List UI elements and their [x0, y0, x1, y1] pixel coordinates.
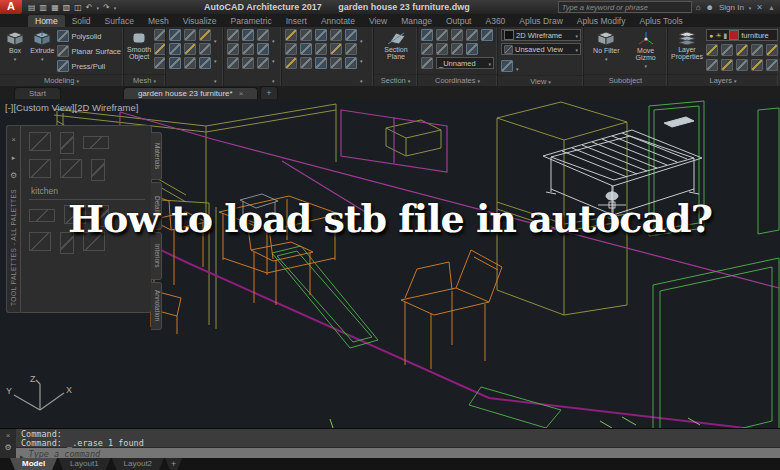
press-pull-button[interactable]: Press/Pull — [57, 60, 121, 72]
chevron-down-icon[interactable] — [360, 49, 363, 67]
erase-icon[interactable] — [330, 29, 342, 41]
sign-in-dropdown-icon[interactable] — [749, 3, 752, 12]
save-as-icon[interactable] — [63, 3, 71, 12]
plot-icon[interactable] — [74, 3, 82, 12]
modify-tool-icon[interactable] — [345, 29, 357, 41]
trim-icon[interactable] — [285, 57, 297, 69]
tab-aplus-draw[interactable]: Aplus Draw — [512, 15, 569, 27]
layer-tool-icon[interactable] — [751, 59, 763, 71]
tab-home[interactable]: Home — [28, 15, 65, 27]
chevron-down-icon[interactable] — [214, 29, 217, 47]
rectangle-icon[interactable] — [242, 57, 254, 69]
no-filter-button[interactable]: No Filter — [589, 29, 623, 63]
union-icon[interactable] — [169, 29, 181, 41]
chevron-down-icon[interactable] — [516, 57, 519, 75]
arc-icon[interactable] — [257, 29, 269, 41]
layer-properties-button[interactable]: Layer Properties — [671, 29, 703, 60]
sink-block[interactable] — [83, 136, 109, 149]
ucs-name-dropdown[interactable]: _Unnamed — [436, 57, 494, 69]
undo-icon[interactable] — [86, 3, 93, 12]
array-icon[interactable] — [315, 57, 327, 69]
help-icon[interactable] — [768, 3, 775, 12]
search-icon[interactable] — [696, 3, 701, 12]
undo-dropdown-icon[interactable] — [97, 3, 100, 12]
solid-edit-icon[interactable] — [199, 43, 211, 55]
coordinates-panel-label[interactable]: Coordinates — [418, 74, 497, 86]
new-layout-button[interactable] — [165, 458, 182, 470]
tab-aplus-tools[interactable]: Aplus Tools — [632, 15, 689, 27]
tab-output[interactable]: Output — [439, 15, 479, 27]
close-icon[interactable] — [11, 128, 16, 146]
modify-tool-icon[interactable] — [345, 43, 357, 55]
named-view-dropdown[interactable]: Unsaved View — [501, 43, 581, 55]
layout1-tab[interactable]: Layout1 — [58, 458, 110, 470]
planar-surface-button[interactable]: Planar Surface — [57, 45, 121, 57]
close-icon[interactable] — [6, 431, 11, 440]
intersect-icon[interactable] — [169, 57, 181, 69]
tab-surface[interactable]: Surface — [98, 15, 141, 27]
tab-visualize[interactable]: Visualize — [176, 15, 224, 27]
layer-tool-icon[interactable] — [736, 44, 748, 56]
copy-icon[interactable] — [300, 29, 312, 41]
polygon-icon[interactable] — [242, 43, 254, 55]
tab-manage[interactable]: Manage — [394, 15, 439, 27]
tab-parametric[interactable]: Parametric — [224, 15, 279, 27]
tab-solid[interactable]: Solid — [65, 15, 98, 27]
ucs-world-icon[interactable] — [436, 29, 448, 41]
mesh-tool-icon[interactable] — [154, 29, 166, 41]
tab-aplus-modify[interactable]: Aplus Modify — [570, 15, 633, 27]
ucs-3point-icon[interactable] — [451, 43, 463, 55]
file-tab-start[interactable]: Start — [14, 87, 61, 99]
tall-cabinet-block[interactable] — [60, 132, 74, 154]
autocad-logo-icon[interactable]: A — [0, 0, 22, 14]
layers-panel-label[interactable]: Layers — [668, 74, 778, 86]
chevron-down-icon[interactable] — [272, 29, 275, 47]
search-input[interactable] — [559, 3, 691, 13]
layer-tool-icon[interactable] — [751, 44, 763, 56]
palette-tab-annotation[interactable]: Annotation — [151, 282, 162, 330]
solid-edit-icon[interactable] — [199, 29, 211, 41]
chevron-down-icon[interactable] — [214, 49, 217, 67]
layer-tool-icon[interactable] — [721, 44, 733, 56]
viewport-config-icon[interactable] — [501, 60, 513, 72]
layer-dropdown[interactable]: furniture — [706, 29, 778, 41]
visual-style-dropdown[interactable]: 2D Wireframe — [501, 29, 581, 41]
close-icon[interactable] — [239, 89, 244, 98]
solid-edit-icon[interactable] — [199, 57, 211, 69]
ucs-rotate-icon[interactable] — [436, 43, 448, 55]
chevron-down-icon[interactable] — [272, 49, 275, 67]
fillet-icon[interactable] — [300, 57, 312, 69]
command-history[interactable]: Command: Command: _.erase 1 found — [16, 429, 780, 448]
customize-icon[interactable] — [4, 443, 11, 452]
stretch-icon[interactable] — [315, 29, 327, 41]
spline-icon[interactable] — [227, 43, 239, 55]
base-cabinet-block[interactable] — [29, 159, 51, 178]
solid-edit-icon[interactable] — [184, 29, 196, 41]
sign-in-button[interactable]: Sign In — [719, 3, 744, 12]
model-tab[interactable]: Model — [10, 458, 57, 470]
move-icon[interactable] — [285, 29, 297, 41]
ellipse-icon[interactable] — [257, 57, 269, 69]
polysolid-button[interactable]: Polysolid — [57, 30, 121, 42]
tab-mesh[interactable]: Mesh — [141, 15, 176, 27]
circle-icon[interactable] — [257, 43, 269, 55]
ucs-object-icon[interactable] — [466, 43, 478, 55]
chevron-down-icon[interactable] — [214, 69, 217, 86]
chevron-down-icon[interactable] — [272, 69, 275, 86]
rotate-icon[interactable] — [285, 43, 297, 55]
ucs-origin-icon[interactable] — [451, 29, 463, 41]
hatch-icon[interactable] — [227, 57, 239, 69]
palette-properties-icon[interactable] — [10, 164, 17, 182]
tab-a360[interactable]: A360 — [478, 15, 512, 27]
model-space-viewport[interactable]: [-][Custom View][2D Wireframe] TOOL PALE… — [0, 99, 780, 428]
move-gizmo-button[interactable]: Move Gizmo — [629, 29, 663, 70]
viewport-controls-label[interactable]: [-][Custom View][2D Wireframe] — [5, 102, 138, 113]
new-file-icon[interactable] — [28, 3, 36, 12]
mesh-tool-icon[interactable] — [154, 57, 166, 69]
section-plane-button[interactable]: Section Plane — [377, 29, 415, 60]
view-panel-label[interactable]: View — [498, 75, 583, 86]
scale-icon[interactable] — [315, 43, 327, 55]
ucs-view-icon[interactable] — [481, 29, 493, 41]
layer-tool-icon[interactable] — [721, 59, 733, 71]
mirror-icon[interactable] — [300, 43, 312, 55]
